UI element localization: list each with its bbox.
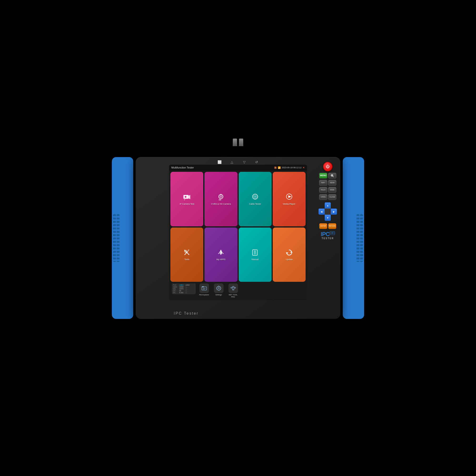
ipc-tester-label: IPC Tester — [174, 311, 199, 315]
my-apps-label: My APPS — [216, 258, 225, 261]
mute-icon: 🔕 — [274, 166, 277, 169]
cvbs-hd-label: CVBS & HD Camera — [211, 203, 231, 205]
svg-line-43 — [232, 288, 233, 290]
manual-icon — [251, 248, 259, 257]
nav-dot-4: ↺ — [254, 160, 259, 164]
app-tile-cvbs-hd-camera[interactable]: HD CVBS & HD Camera — [204, 172, 237, 226]
svg-marker-31 — [290, 251, 292, 253]
open-close-row: OPEN CLOSE — [319, 194, 336, 200]
tools-icon — [183, 248, 191, 257]
network-info: Port: State: Qty: U/L: D/L: LAN1 100M — [172, 284, 196, 294]
svg-point-24 — [218, 253, 220, 254]
cable-tester-label: Cable Tester — [249, 203, 261, 205]
settings-icon — [214, 284, 223, 293]
svg-point-23 — [221, 250, 221, 251]
media-player-icon — [285, 193, 293, 201]
my-apps-icon — [217, 248, 225, 257]
right-panel: ⏻ MENU FAR+ NEAR — [319, 162, 337, 240]
far-plus-button[interactable]: FAR+ — [319, 180, 327, 186]
app-tile-tools[interactable]: Tools — [170, 227, 203, 282]
status-datetime: 2023-05-18 08:12:12 — [282, 166, 302, 169]
screen: Multifunction Tester 🔕 📶 2023-05-18 08:1… — [169, 165, 307, 300]
lan1-ul: 0b — [179, 290, 184, 291]
svg-line-42 — [232, 287, 233, 288]
dpad-up-button[interactable]: ▲ — [325, 202, 331, 208]
signal-icon: 📶 — [278, 166, 281, 169]
device-body: ⬜ △ ▽ ↺ Multifunction Tester 🔕 📶 2023-05… — [136, 157, 340, 319]
app-tile-media-player[interactable]: Media Player — [273, 172, 306, 226]
connector-1 — [233, 138, 237, 146]
bottom-bar: Port: State: Qty: U/L: D/L: LAN1 100M — [170, 283, 306, 299]
ul-label: U/L: — [173, 290, 177, 291]
svg-marker-17 — [288, 195, 291, 198]
near-button[interactable]: NEAR — [328, 180, 336, 186]
wide-button[interactable]: WIDE — [328, 187, 336, 193]
grip-left — [112, 157, 133, 319]
lan2-header: LAN2 — [186, 284, 190, 286]
app-area: IP IP Camera Test — [169, 170, 307, 300]
lan1-qty: 100% — [179, 288, 184, 290]
dpad-down-button[interactable]: ▼ — [325, 215, 331, 221]
bottom-app-net-tool-pro[interactable]: NET TOOL PRO — [227, 284, 240, 298]
nav-dots: ⬜ △ ▽ ↺ — [217, 160, 259, 164]
svg-text:IP: IP — [184, 199, 186, 201]
app-tile-manual[interactable]: Manual — [239, 227, 272, 282]
menu-button[interactable]: MENU — [319, 173, 327, 178]
svg-line-44 — [234, 287, 234, 288]
enter-button[interactable]: ENTER — [319, 223, 327, 229]
dpad-center — [325, 208, 331, 215]
dpad-left-button[interactable]: ◀ — [319, 208, 325, 215]
app-tile-ip-camera-test[interactable]: IP IP Camera Test — [170, 172, 203, 226]
grip-right — [343, 157, 364, 319]
svg-rect-39 — [233, 286, 234, 287]
svg-marker-32 — [286, 253, 288, 254]
svg-point-25 — [222, 253, 224, 254]
dpad-right-button[interactable]: ▶ — [331, 208, 337, 215]
svg-point-2 — [185, 196, 186, 198]
svg-point-14 — [255, 196, 255, 197]
app-tile-update[interactable]: Update — [273, 227, 306, 282]
app-tile-my-apps[interactable]: My APPS — [204, 227, 237, 282]
dl-label: D/L: — [173, 292, 177, 293]
top-connectors — [233, 138, 243, 146]
svg-line-19 — [188, 250, 189, 251]
svg-rect-33 — [202, 287, 206, 290]
app-row-1: IP IP Camera Test — [170, 172, 306, 226]
bottom-app-file-explorer[interactable]: File Explorer — [198, 284, 211, 298]
enter-return-row: ENTER RETURN — [319, 223, 336, 229]
tele-wide-row: TELE+ WIDE — [319, 187, 336, 193]
close-icon[interactable]: ✕ — [303, 166, 305, 169]
net-tool-pro-icon — [228, 284, 238, 293]
lan1-state: 100M — [179, 286, 184, 288]
ip-camera-icon: IP — [183, 193, 191, 201]
hd-camera-icon: HD — [217, 193, 225, 201]
network-row: Port: State: Qty: U/L: D/L: LAN1 100M — [173, 284, 194, 293]
app-tile-cable-tester[interactable]: Cable Tester — [239, 172, 272, 226]
svg-marker-1 — [188, 195, 190, 199]
nav-dot-2: △ — [229, 160, 235, 164]
screen-title: Multifunction Tester — [171, 166, 194, 169]
svg-rect-41 — [234, 287, 236, 288]
network-labels: Port: State: Qty: U/L: D/L: — [173, 284, 177, 293]
power-button[interactable]: ⏻ — [323, 162, 333, 171]
ip-camera-label: IP Camera Test — [179, 203, 194, 205]
network-lan1: LAN1 100M 100% 0b 8.2kb — [179, 284, 184, 293]
bottom-app-settings[interactable]: Settings — [212, 284, 225, 298]
status-bar: Multifunction Tester 🔕 📶 2023-05-18 08:1… — [169, 165, 307, 170]
update-icon — [285, 248, 293, 257]
screen-section: ⬜ △ ▽ ↺ Multifunction Tester 🔕 📶 2023-05… — [169, 159, 307, 300]
tele-plus-button[interactable]: TELE+ — [319, 187, 327, 193]
screen-inner: Multifunction Tester 🔕 📶 2023-05-18 08:1… — [169, 165, 307, 300]
device-bottom-label: IPC Tester — [174, 311, 199, 316]
open-button[interactable]: OPEN — [319, 194, 327, 200]
svg-rect-38 — [231, 287, 232, 288]
return-button[interactable]: RETURN — [328, 223, 336, 229]
status-right: 🔕 📶 2023-05-18 08:12:12 ✕ — [274, 166, 305, 169]
zoom-in-button[interactable] — [328, 173, 336, 178]
bottom-apps: File Explorer Setting — [198, 284, 304, 298]
svg-rect-10 — [220, 194, 222, 195]
close-button[interactable]: CLOSE — [328, 194, 336, 200]
cable-tester-icon — [251, 193, 259, 201]
svg-point-37 — [218, 288, 220, 289]
lan2-state: — — [186, 286, 190, 288]
